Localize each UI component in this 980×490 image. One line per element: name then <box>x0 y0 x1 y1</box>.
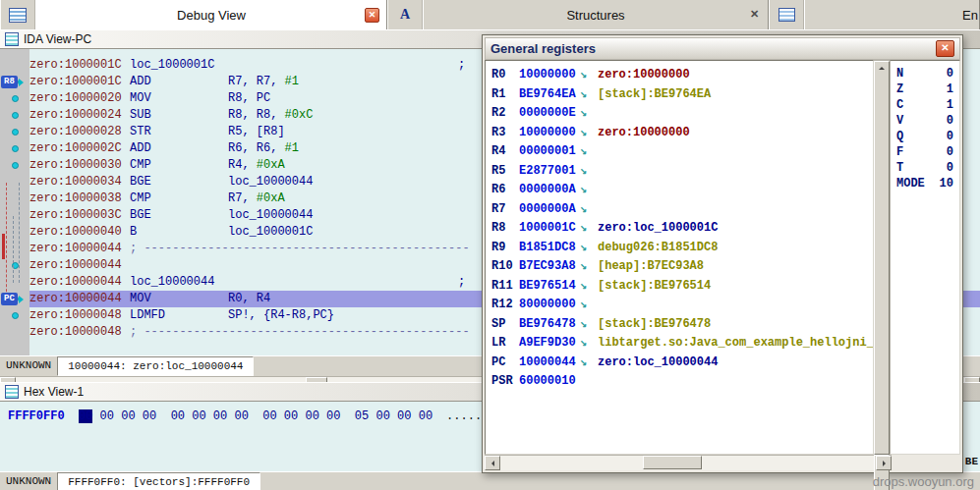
register-link[interactable]: zero:10000000 <box>598 66 690 85</box>
follow-arrow-icon[interactable]: ↘ <box>580 66 598 85</box>
register-link[interactable]: zero:loc_1000001C <box>598 219 718 239</box>
register-row[interactable]: R20000000E↘ <box>491 104 867 124</box>
register-value[interactable]: 0000000E <box>519 104 580 124</box>
line-gutter <box>0 107 29 124</box>
scroll-left-button[interactable] <box>485 456 500 470</box>
hex-byte-selected[interactable]: 00 <box>79 409 92 423</box>
tab-structures[interactable]: Structures ✕ <box>423 0 769 29</box>
follow-arrow-icon[interactable]: ↘ <box>580 277 598 297</box>
register-link[interactable]: [stack]:BE9764EA <box>598 85 711 105</box>
follow-arrow-icon[interactable]: ↘ <box>580 239 598 258</box>
register-link[interactable]: [heap]:B7EC93A8 <box>598 257 704 277</box>
register-value[interactable]: A9EF9D30 <box>519 334 580 354</box>
registers-hscrollbar[interactable] <box>485 455 892 470</box>
register-row[interactable]: R5E2877001↘ <box>491 162 867 182</box>
follow-arrow-icon[interactable]: ↘ <box>580 354 598 373</box>
mnemonic: BGE <box>130 207 228 224</box>
flag-row[interactable]: F0 <box>896 144 953 160</box>
register-row[interactable]: R1BE9764EA↘[stack]:BE9764EA <box>491 85 867 105</box>
register-row[interactable]: R010000000↘zero:10000000 <box>491 66 867 85</box>
hex-address[interactable]: FFFF0FF0 <box>8 409 65 423</box>
register-value[interactable]: 10000044 <box>519 354 580 373</box>
follow-arrow-icon[interactable]: ↘ <box>580 219 598 239</box>
follow-arrow-icon[interactable]: ↘ <box>580 181 598 200</box>
register-value[interactable]: 00000001 <box>519 142 580 162</box>
flag-value: 0 <box>947 160 953 176</box>
scroll-up-button[interactable] <box>874 61 890 455</box>
nav-dot-icon[interactable] <box>12 162 19 169</box>
flag-row[interactable]: Z1 <box>896 82 953 97</box>
close-icon[interactable]: ✕ <box>365 8 379 23</box>
tab-enums[interactable]: En <box>804 0 980 29</box>
register-value[interactable]: BE976514 <box>519 277 580 297</box>
close-button[interactable]: ✕ <box>936 40 954 57</box>
mnemonic: SUB <box>130 107 228 124</box>
register-row[interactable]: R81000001C↘zero:loc_1000001C <box>491 219 867 239</box>
flag-row[interactable]: MODE10 <box>896 176 953 191</box>
register-link[interactable]: libtarget.so:Java_com_example_hellojni_M <box>598 334 874 354</box>
registers-title-bar[interactable]: General registers ✕ <box>485 37 960 60</box>
flag-row[interactable]: T0 <box>896 160 953 176</box>
scroll-track[interactable] <box>500 456 876 470</box>
follow-arrow-icon[interactable]: ↘ <box>580 296 598 315</box>
tab-debug-view[interactable]: Debug View ✕ <box>35 0 387 29</box>
scroll-right-button[interactable] <box>876 456 892 470</box>
register-value[interactable]: 0000000A <box>519 200 580 220</box>
register-row[interactable]: R70000000A↘ <box>491 200 867 220</box>
nav-dot-icon[interactable] <box>12 95 19 102</box>
follow-arrow-icon[interactable]: ↘ <box>580 200 598 220</box>
structures-icon[interactable]: A <box>387 0 423 29</box>
register-value[interactable]: 10000000 <box>519 124 580 143</box>
register-value[interactable]: E2877001 <box>519 162 580 182</box>
flag-row[interactable]: N0 <box>896 66 953 82</box>
register-value[interactable]: 80000000 <box>519 296 580 315</box>
register-link[interactable]: [stack]:BE976514 <box>598 277 711 297</box>
register-row[interactable]: R60000000A↘ <box>491 181 867 200</box>
follow-arrow-icon[interactable]: ↘ <box>580 257 598 277</box>
register-row[interactable]: SPBE976478↘[stack]:BE976478 <box>491 315 867 335</box>
register-value[interactable]: 60000010 <box>519 372 580 392</box>
register-row[interactable]: R310000000↘zero:10000000 <box>491 124 867 143</box>
flag-row[interactable]: C1 <box>896 97 953 113</box>
document-icon <box>5 385 19 399</box>
follow-arrow-icon[interactable]: ↘ <box>580 334 598 354</box>
register-value[interactable]: 1000001C <box>519 219 580 239</box>
register-value[interactable]: BE976478 <box>519 315 580 335</box>
nav-dot-icon[interactable] <box>12 312 19 319</box>
register-row[interactable]: PC10000044↘zero:loc_10000044 <box>491 354 867 373</box>
register-row[interactable]: R9B1851DC8↘debug026:B1851DC8 <box>491 239 867 258</box>
register-value[interactable]: 10000000 <box>519 66 580 85</box>
nav-dot-icon[interactable] <box>12 129 19 136</box>
register-link[interactable]: debug026:B1851DC8 <box>598 239 718 258</box>
register-value[interactable]: 0000000A <box>519 181 580 200</box>
register-row[interactable]: LRA9EF9D30↘libtarget.so:Java_com_example… <box>491 334 867 354</box>
register-row[interactable]: PSR60000010 <box>491 372 867 392</box>
nav-dot-icon[interactable] <box>12 145 19 152</box>
line-gutter <box>0 174 29 191</box>
register-row[interactable]: R11BE976514↘[stack]:BE976514 <box>491 277 867 297</box>
follow-arrow-icon[interactable]: ↘ <box>580 315 598 335</box>
follow-arrow-icon[interactable]: ↘ <box>580 85 598 105</box>
register-value[interactable]: B1851DC8 <box>519 239 580 258</box>
register-value[interactable]: B7EC93A8 <box>519 257 580 277</box>
follow-arrow-icon[interactable]: ↘ <box>580 142 598 162</box>
register-row[interactable]: R1280000000↘ <box>491 296 867 315</box>
register-link[interactable]: zero:loc_10000044 <box>598 354 718 373</box>
follow-arrow-icon[interactable]: ↘ <box>580 104 598 124</box>
follow-arrow-icon[interactable]: ↘ <box>580 124 598 143</box>
hex-bytes[interactable]: 00 00 00 00 00 00 00 00 00 00 00 05 00 0… <box>92 409 432 423</box>
register-value[interactable]: BE9764EA <box>519 85 580 105</box>
register-link[interactable]: [stack]:BE976478 <box>598 315 711 335</box>
register-row[interactable]: R400000001↘ <box>491 142 867 162</box>
scroll-thumb[interactable] <box>643 456 702 469</box>
nav-dot-icon[interactable] <box>12 112 19 119</box>
flag-row[interactable]: Q0 <box>896 129 953 144</box>
register-link[interactable]: zero:10000000 <box>598 124 690 143</box>
flag-row[interactable]: V0 <box>896 113 953 129</box>
enums-icon[interactable] <box>769 0 804 29</box>
follow-arrow-icon[interactable]: ↘ <box>580 162 598 182</box>
register-row[interactable]: R10B7EC93A8↘[heap]:B7EC93A8 <box>491 257 867 277</box>
close-icon[interactable]: ✕ <box>748 8 761 21</box>
desktop-icon[interactable] <box>0 0 35 29</box>
registers-vscrollbar[interactable] <box>874 60 890 455</box>
